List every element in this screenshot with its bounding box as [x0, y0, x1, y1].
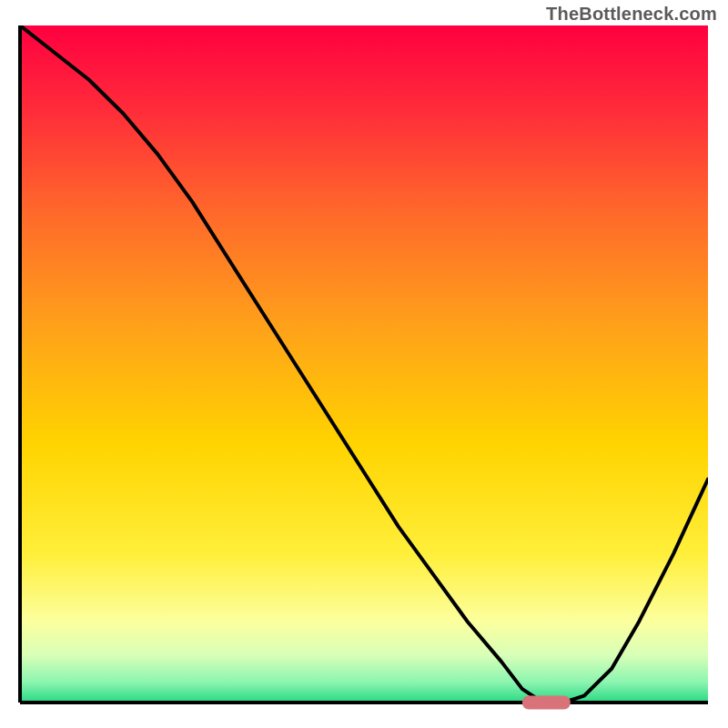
watermark-label: TheBottleneck.com: [546, 4, 717, 25]
bottleneck-chart: [0, 0, 728, 728]
optimum-marker: [522, 696, 571, 710]
plot-background: [20, 25, 708, 703]
